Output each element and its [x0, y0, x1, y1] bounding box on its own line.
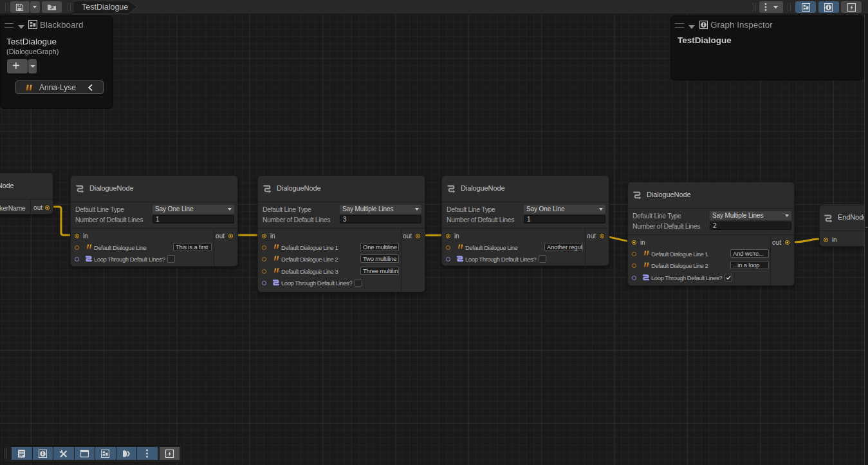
svg-text:TestDialogue: TestDialogue	[82, 3, 128, 12]
